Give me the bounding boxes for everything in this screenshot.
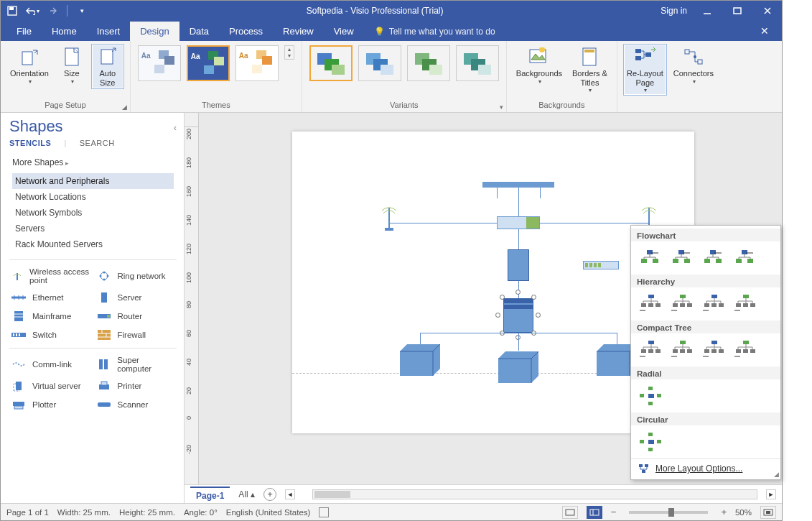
more-layout-options[interactable]: More Layout Options... [631,458,780,478]
variant-swatch-1[interactable] [358,45,401,81]
selection-handle[interactable] [500,295,505,300]
shape-switch[interactable]: Switch [9,326,92,344]
save-icon[interactable] [5,4,19,18]
tab-data[interactable]: Data [179,22,219,41]
shape-firewall[interactable]: Firewall [95,326,177,344]
horizontal-scrollbar[interactable] [312,489,757,499]
tab-insert[interactable]: Insert [87,22,131,41]
shape-plotter[interactable]: Plotter [9,396,92,413]
sign-in-link[interactable]: Sign in [661,6,687,16]
variant-swatch-0[interactable] [309,45,353,81]
shape-router[interactable]: Router [95,308,177,325]
shape-mainframe-selected[interactable] [503,298,533,333]
connector[interactable] [540,188,541,198]
stencil-rack-mounted-servers[interactable]: Rack Mounted Servers [12,236,174,252]
connector[interactable] [420,333,617,333]
layout-option-flowchart-3[interactable] [732,246,760,270]
layout-option-radial-0[interactable] [637,384,666,408]
auto-size-button[interactable]: Auto Size [91,44,124,89]
maximize-button[interactable] [727,4,747,18]
stencil-network-and-peripherals[interactable]: Network and Peripherals [12,173,174,189]
shape-server[interactable]: Server [95,289,177,306]
shape-printer[interactable]: Printer [95,377,177,395]
minimize-button[interactable] [697,4,717,18]
shape-ring-network[interactable]: Ring network [95,264,177,287]
stencil-network-symbols[interactable]: Network Symbols [12,205,174,221]
selection-handle[interactable] [536,313,541,318]
qat-customize-icon[interactable]: ▾ [75,4,89,18]
selection-handle[interactable] [515,290,521,295]
layout-option-compact-tree-3[interactable] [732,338,760,362]
selection-handle[interactable] [531,295,536,300]
shape-server[interactable] [508,249,529,281]
tab-design[interactable]: Design [130,22,179,41]
tab-search[interactable]: SEARCH [80,139,115,149]
stencil-network-locations[interactable]: Network Locations [12,189,174,205]
shape-wireless-ap-left[interactable] [381,203,398,232]
connectors-button[interactable]: Connectors▾ [670,44,717,87]
layout-option-compact-tree-0[interactable] [637,338,666,362]
connector[interactable] [518,188,519,198]
collapse-shapes-icon[interactable]: ‹ [174,123,177,133]
ruler-vertical[interactable]: 200180160140120100806040200-20 [185,127,199,484]
stencil-servers[interactable]: Servers [12,221,174,236]
close-file-button[interactable]: ✕ [747,21,782,41]
layout-option-flowchart-0[interactable] [637,246,666,270]
shape-wireless-access-point[interactable]: Wireless access point [9,264,92,287]
theme-swatch-2[interactable]: Aa [235,45,279,81]
connector[interactable] [518,229,519,249]
layout-option-circular-0[interactable] [637,430,666,454]
variant-swatch-3[interactable] [456,45,499,81]
tell-me-search[interactable]: 💡 Tell me what you want to do [364,22,505,41]
tab-review[interactable]: Review [273,22,324,41]
variant-swatch-2[interactable] [407,45,450,81]
tab-stencils[interactable]: STENCILS [9,139,51,149]
size-button[interactable]: Size▾ [55,44,88,87]
shape-comm-link[interactable]: Comm-link [9,353,92,376]
shape-router[interactable] [497,216,540,229]
fit-to-window-button[interactable] [760,506,776,519]
backgrounds-button[interactable]: Backgrounds▾ [513,44,566,87]
more-shapes[interactable]: More Shapes [9,155,177,170]
orientation-button[interactable]: Orientation▾ [6,44,52,87]
layout-option-flowchart-1[interactable] [668,246,697,270]
scroll-left-button[interactable]: ◄ [285,489,295,499]
page-tab-1[interactable]: Page-1 [190,487,230,502]
tab-process[interactable]: Process [219,22,273,41]
shape-virtual-server[interactable]: Virtual server [9,377,92,395]
zoom-in-button[interactable]: + [721,507,727,517]
shape-node-2[interactable] [498,351,538,383]
zoom-slider[interactable] [629,511,708,514]
layout-option-flowchart-2[interactable] [700,246,729,270]
themes-more-button[interactable]: ▴▾ [284,45,294,60]
close-button[interactable] [757,4,778,18]
scroll-right-button[interactable]: ► [766,489,776,499]
shape-scanner[interactable]: Scanner [95,396,177,413]
relayout-page-button[interactable]: Re-Layout Page▾ [623,44,667,96]
macro-record-icon[interactable] [319,507,329,517]
shape-ethernet[interactable]: Ethernet [9,289,92,306]
borders-titles-button[interactable]: Borders & Titles▾ [569,44,611,96]
tab-view[interactable]: View [324,22,364,41]
layout-option-hierarchy-3[interactable] [732,292,760,316]
shape-ethernet[interactable] [482,182,554,188]
dialog-launcher-icon[interactable]: ◢ [122,103,127,111]
normal-view-button[interactable] [587,506,602,519]
variants-more-icon[interactable]: ▾ [500,103,503,111]
connector[interactable] [518,333,519,351]
resize-grip-icon[interactable]: ◢ [774,471,779,478]
connector[interactable] [497,188,498,198]
shape-mainframe[interactable]: Mainframe [9,308,92,325]
zoom-level[interactable]: 50% [735,508,752,517]
shape-switch[interactable] [583,261,619,269]
tab-home[interactable]: Home [42,22,87,41]
connector[interactable] [518,198,519,216]
layout-option-hierarchy-1[interactable] [668,292,697,316]
theme-swatch-0[interactable]: Aa [138,45,181,81]
theme-swatch-1[interactable]: Aa [187,45,230,81]
add-page-button[interactable]: + [263,488,276,501]
status-language[interactable]: English (United States) [226,508,311,517]
tab-file[interactable]: File [6,22,42,41]
layout-option-hierarchy-2[interactable] [700,292,729,316]
selection-handle[interactable] [495,313,500,318]
